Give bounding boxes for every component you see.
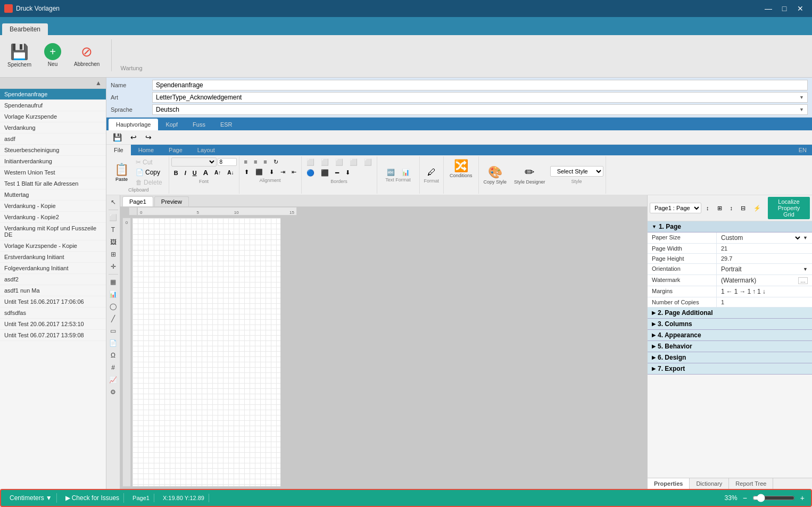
sidebar-item-13[interactable]: Vorlage Kurzspende - Kopie xyxy=(0,240,106,252)
zoom-slider[interactable] xyxy=(752,494,795,502)
cut-button[interactable]: ✂ Cut xyxy=(132,157,165,167)
tab-home[interactable]: Home xyxy=(131,145,161,155)
sidebar-item-6[interactable]: Initiantverdankung xyxy=(0,156,106,167)
pg-val-paper-size[interactable]: Custom ▼ xyxy=(717,232,812,243)
sidebar-item-20[interactable]: Untit Test 20.06.2017 12:53:10 xyxy=(0,319,106,330)
pg-section-page-additional[interactable]: ▶ 2. Page Additional xyxy=(648,307,812,319)
close-button[interactable]: ✕ xyxy=(793,1,808,16)
increase-font-button[interactable]: A↑ xyxy=(212,169,223,177)
line-tool[interactable]: ╱ xyxy=(107,313,119,325)
decrease-font-button[interactable]: A↓ xyxy=(225,169,236,177)
sidebar-item-0[interactable]: Spendenanfrage xyxy=(0,89,106,100)
select-tool[interactable]: ⬜ xyxy=(107,212,119,223)
localize-property-grid-button[interactable]: Localize Property Grid xyxy=(768,197,810,219)
sidebar-item-11[interactable]: Verdankung - Kopie2 xyxy=(0,212,106,223)
sidebar-item-16[interactable]: asdf2 xyxy=(0,274,106,285)
image-tool[interactable]: 🖼 xyxy=(107,236,119,248)
redo-button[interactable]: ↪ xyxy=(142,131,155,143)
chart-tool[interactable]: 📊 xyxy=(107,288,119,300)
richtext-tool[interactable]: Ω xyxy=(107,350,119,361)
style-designer-button[interactable]: ✏ Style Designer xyxy=(511,164,548,186)
fill-btn-2[interactable]: ⬛ xyxy=(318,168,332,178)
bt-tab-dictionary[interactable]: Dictionary xyxy=(690,478,729,489)
sidebar-item-4[interactable]: asdf xyxy=(0,134,106,145)
border-btn-5[interactable]: ⬜ xyxy=(361,157,375,167)
pointer-tool[interactable]: ↖ xyxy=(107,196,119,208)
sidebar-item-18[interactable]: Untit Test 16.06.2017 17:06:06 xyxy=(0,296,106,307)
border-expand-btn[interactable]: ⬇ xyxy=(343,168,353,178)
bt-tab-properties[interactable]: Properties xyxy=(648,478,690,489)
rotate-button[interactable]: ↻ xyxy=(271,157,281,167)
table-tool[interactable]: ⊞ xyxy=(107,248,119,260)
minimize-button[interactable]: — xyxy=(761,1,776,16)
rp-icon-btn-2[interactable]: ↕ xyxy=(727,203,736,213)
pg-val-page-width[interactable]: 21 xyxy=(717,244,812,253)
border-btn-3[interactable]: ⬜ xyxy=(333,157,346,167)
neu-button[interactable]: + Neu xyxy=(41,41,64,69)
font-color-button[interactable]: A xyxy=(201,168,211,178)
valign-top-button[interactable]: ⬆ xyxy=(242,168,252,177)
rect-tool[interactable]: ▭ xyxy=(107,325,119,337)
text-tool[interactable]: T xyxy=(107,224,119,236)
sidebar-item-15[interactable]: Folgeverdankung Initiant xyxy=(0,263,106,274)
check-issues-button[interactable]: ▶ Check for Issues xyxy=(61,493,124,503)
sidebar-item-8[interactable]: Test 1 Blatt für alle Adressen xyxy=(0,178,106,189)
sidebar-item-5[interactable]: Steuerbescheinigung xyxy=(0,145,106,156)
tab-file[interactable]: File xyxy=(106,145,131,155)
copy-button[interactable]: 📄 Copy xyxy=(132,168,165,177)
barcode-tool[interactable]: ▦ xyxy=(107,276,119,288)
units-selector[interactable]: Centimeters ▼ xyxy=(5,493,57,503)
sidebar-item-9[interactable]: Muttertag xyxy=(0,189,106,201)
menu-tab-bearbeiten[interactable]: Bearbeiten xyxy=(2,23,48,35)
tab-page[interactable]: Page xyxy=(161,145,190,155)
sparkline-tool[interactable]: 📈 xyxy=(107,374,119,386)
page-tab-page1[interactable]: Page1 xyxy=(122,196,153,206)
pg-section-page[interactable]: ▼ 1. Page xyxy=(648,221,812,232)
border-btn-2[interactable]: ⬜ xyxy=(318,157,332,167)
paper-size-select[interactable] xyxy=(744,235,802,242)
art-select[interactable]: LetterType_Acknowledgement ▼ xyxy=(152,92,808,103)
pg-val-page-height[interactable]: 29.7 xyxy=(717,254,812,263)
maximize-button[interactable]: □ xyxy=(777,1,792,16)
pg-val-margins[interactable]: 1 ← 1 → 1 ↑ 1 ↓ xyxy=(717,286,812,297)
pg-section-export[interactable]: ▶ 7. Export xyxy=(648,363,812,375)
align-right-button[interactable]: ≡ xyxy=(261,157,269,167)
format-icon-1[interactable]: 🖊 xyxy=(425,167,438,178)
valign-bot-button[interactable]: ⬇ xyxy=(267,168,277,177)
quick-save-button[interactable]: 💾 xyxy=(110,131,125,143)
sidebar-item-14[interactable]: Erstverdankung Initiant xyxy=(0,252,106,263)
subreport-tool[interactable]: 📄 xyxy=(107,337,119,349)
rp-icon-btn-1[interactable]: ⊞ xyxy=(714,203,725,213)
sidebar-collapse-btn[interactable]: ▲ xyxy=(0,78,106,89)
tab-fuss[interactable]: Fuss xyxy=(185,119,213,130)
zoom-in-button[interactable]: + xyxy=(798,494,807,502)
pg-val-orientation[interactable]: Portrait ▼ xyxy=(717,264,812,275)
font-family-select[interactable] xyxy=(171,157,217,167)
underline-button[interactable]: U xyxy=(190,169,200,177)
pg-section-columns[interactable]: ▶ 3. Columns xyxy=(648,319,812,330)
margin-left-btn[interactable]: ← xyxy=(726,288,733,295)
italic-button[interactable]: I xyxy=(182,169,189,177)
watermark-btn[interactable]: … xyxy=(798,277,808,284)
rp-icon-btn-4[interactable]: ⚡ xyxy=(750,203,764,213)
sidebar-item-7[interactable]: Western Union Test xyxy=(0,167,106,178)
sprache-select[interactable]: Deutsch ▼ xyxy=(152,104,808,115)
name-input[interactable]: Spendenanfrage xyxy=(152,80,808,90)
speichern-button[interactable]: 💾 Speichern xyxy=(4,41,35,70)
sidebar-item-10[interactable]: Verdankung - Kopie xyxy=(0,201,106,212)
sidebar-item-2[interactable]: Vorlage Kurzspende xyxy=(0,111,106,122)
pg-val-watermark[interactable]: (Watermark) … xyxy=(717,275,812,286)
page-selector[interactable]: Page1 : Page xyxy=(650,203,701,213)
margin-bottom-btn[interactable]: ↓ xyxy=(763,288,766,295)
tab-esr[interactable]: ESR xyxy=(213,119,240,130)
tab-kopf[interactable]: Kopf xyxy=(158,119,185,130)
sidebar-item-17[interactable]: asdf1 nun Ma xyxy=(0,285,106,296)
rp-sort-button[interactable]: ↕ xyxy=(703,203,712,213)
select-style-dropdown[interactable]: Select Style xyxy=(550,166,603,177)
delete-button[interactable]: 🗑 Delete xyxy=(132,178,165,187)
sidebar-item-21[interactable]: Untit Test 06.07.2017 13:59:08 xyxy=(0,330,106,341)
extra-tool[interactable]: ⚙ xyxy=(107,386,119,398)
bold-button[interactable]: B xyxy=(171,169,181,177)
align-left-button[interactable]: ≡ xyxy=(242,157,250,167)
undo-button[interactable]: ↩ xyxy=(127,131,140,143)
